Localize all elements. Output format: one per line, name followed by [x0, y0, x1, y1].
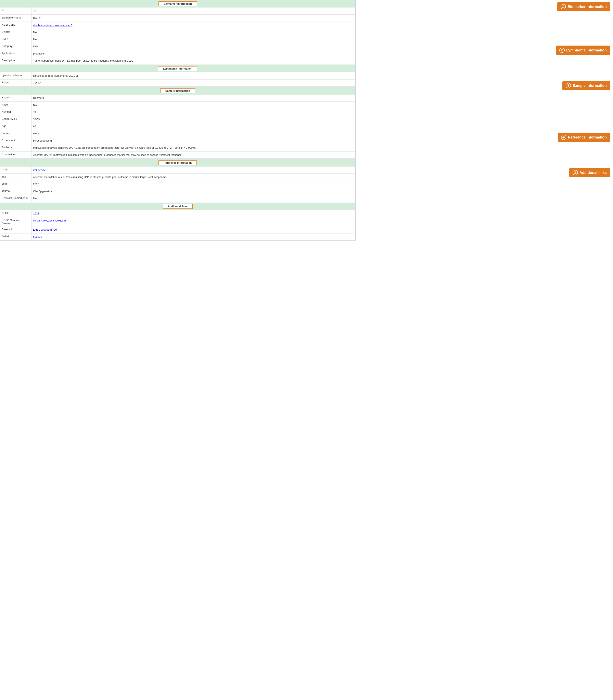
table-row: Race NA	[0, 102, 355, 109]
field-label: ID	[0, 8, 31, 14]
sample-annotation-badge: ③ Sample information	[562, 81, 610, 90]
field-label: Journal	[0, 188, 31, 195]
field-value: DNA	[31, 43, 355, 50]
field-label: Description	[0, 58, 31, 64]
biomarker-rows: ID 43 Biomarker Name DAPK1 NCBI Gene dea…	[0, 8, 355, 64]
pmid-link[interactable]: 27610206	[33, 168, 45, 171]
field-label: OMIM	[0, 233, 31, 240]
reference-annotation: ④ Reference information	[358, 132, 610, 142]
lymphoma-annotation-text: Lymphoma information	[566, 48, 607, 52]
field-label: Source	[0, 130, 31, 137]
field-label: Race	[0, 102, 31, 109]
table-row: Age 60	[0, 123, 355, 130]
ucsc-link[interactable]: chr9:87,497,227-87,708,633	[33, 219, 66, 222]
reference-rows: PMID 27610206 Title Aberrant methylation…	[0, 167, 355, 202]
reference-section-header: Reference information	[0, 159, 355, 167]
field-value: Aberrant methylation of cell-free circul…	[31, 174, 355, 181]
table-row: Conclusion Aberrant DAPK1 methylation in…	[0, 152, 355, 158]
field-label: Conclusion	[0, 152, 31, 158]
table-row: KEGG 1612	[0, 210, 355, 217]
field-value[interactable]: 1612	[31, 210, 355, 217]
field-label: Application	[0, 50, 31, 57]
lymphoma-rows: Lymphoma Name diffuse large B cell lymph…	[0, 73, 355, 87]
field-value: NA	[31, 29, 355, 36]
biomarker-header-label: Biomarker information	[158, 1, 197, 6]
additional-links-section-header: Additional links	[0, 203, 355, 210]
field-value[interactable]: 27610206	[31, 167, 355, 174]
field-value: 1,2,3,4	[31, 79, 355, 87]
table-row: Region Denmark	[0, 94, 355, 102]
table-row: PMID 27610206	[0, 167, 355, 174]
table-row: ID 43	[0, 8, 355, 15]
table-row: HMDB NA	[0, 36, 355, 43]
sample-annotation-number: ③	[566, 83, 571, 88]
table-row: Journal Clin Epigenetics	[0, 188, 355, 195]
omim-link[interactable]: 600831	[33, 235, 42, 238]
field-label: HMDB	[0, 36, 31, 43]
table-row: Stage 1,2,3,4	[0, 79, 355, 87]
field-label: Relevant Biomarker ID	[0, 195, 31, 202]
table-row: Uniprot NA	[0, 29, 355, 36]
kegg-link[interactable]: 1612	[33, 212, 39, 215]
sample-header-label: Sample information	[160, 88, 195, 93]
field-value: Clin Epigenetics	[31, 188, 355, 195]
field-value: Aberrant DAPK1 methylation in plasma was…	[31, 152, 355, 158]
additional-links-annotation-number: ⑤	[573, 170, 578, 175]
field-label: Age	[0, 123, 31, 130]
field-value: 71	[31, 109, 355, 116]
ncbi-gene-link[interactable]: death associated protein kinase 1	[33, 24, 73, 27]
table-row: Statistics Multivariate analysis identif…	[0, 144, 355, 152]
sample-section-header: Sample information	[0, 87, 355, 94]
table-row: Gender(M/F) 38/33	[0, 116, 355, 123]
field-label: Category	[0, 43, 31, 50]
field-label: KEGG	[0, 210, 31, 217]
biomarker-annotation-text: Biomarker information	[568, 5, 607, 9]
field-value[interactable]: death associated protein kinase 1	[31, 22, 355, 29]
field-label: Year	[0, 181, 31, 188]
field-value: NA	[31, 195, 355, 202]
additional-links-header-label: Additional links	[163, 204, 193, 209]
spacer-2	[358, 56, 610, 81]
table-row: OMIM 600831	[0, 233, 355, 241]
field-value: prognosis	[31, 50, 355, 57]
field-value[interactable]: ENSG00000196730	[31, 226, 355, 233]
field-label: Region	[0, 94, 31, 101]
field-value: Multivariate analysis identified DAPK1 a…	[31, 144, 355, 151]
table-row: Description Tumor suppressor gene DAPK1 …	[0, 58, 355, 64]
field-value: DAPK1	[31, 15, 355, 22]
lymphoma-annotation: ② Lymphoma information	[358, 46, 610, 55]
field-label: PMID	[0, 167, 31, 174]
reference-annotation-number: ④	[561, 135, 566, 140]
table-row: Lymphoma Name diffuse large B cell lymph…	[0, 73, 355, 79]
reference-annotation-badge: ④ Reference information	[558, 132, 610, 142]
field-label: Biomarker Name	[0, 15, 31, 22]
field-label: NCBI Gene	[0, 22, 31, 29]
lymphoma-header-label: Lymphoma information	[158, 66, 197, 71]
field-value: NA	[31, 102, 355, 109]
field-value[interactable]: chr9:87,497,227-87,708,633	[31, 217, 355, 226]
lymphoma-annotation-badge: ② Lymphoma information	[556, 46, 610, 55]
field-label: Uniprot	[0, 29, 31, 36]
field-label: Stage	[0, 79, 31, 87]
field-value: 43	[31, 8, 355, 14]
field-label: UCSC Genome Browser	[0, 217, 31, 226]
field-value: Denmark	[31, 94, 355, 101]
table-row: Number 71	[0, 109, 355, 116]
table-row: Experiment pyrosequencing	[0, 137, 355, 144]
table-row: Year 2016	[0, 181, 355, 188]
field-value: Tumor suppressor gene DAPK1 has been sho…	[31, 58, 355, 64]
spacer-4	[358, 143, 610, 168]
biomarker-section-header: Biomarker information	[0, 0, 355, 8]
field-label: Gender(M/F)	[0, 116, 31, 123]
field-label: Number	[0, 109, 31, 116]
spacer-3	[358, 92, 610, 132]
table-row: Biomarker Name DAPK1	[0, 15, 355, 22]
field-value: diffuse large B cell lymphoma(DLBCL)	[31, 73, 355, 79]
field-value[interactable]: 600831	[31, 233, 355, 240]
spacer-1	[358, 13, 610, 46]
sample-annotation: ③ Sample information	[358, 81, 610, 90]
additional-links-annotation-badge: ⑤ Additional links	[569, 168, 610, 177]
ensembl-link[interactable]: ENSG00000196730	[33, 228, 57, 231]
additional-links-annotation-text: Additional links	[579, 170, 607, 175]
reference-annotation-text: Reference information	[568, 135, 607, 140]
